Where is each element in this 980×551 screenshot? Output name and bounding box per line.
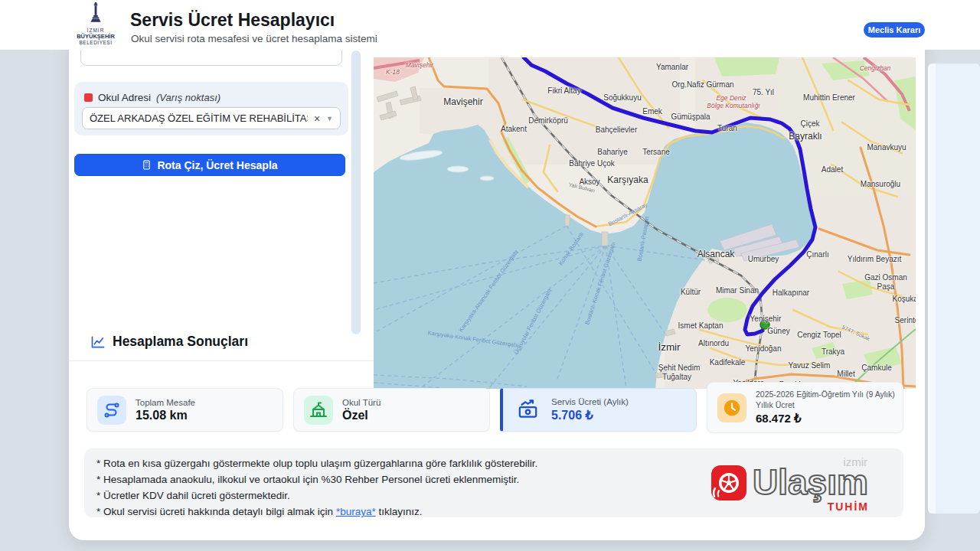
money-icon [513, 396, 542, 425]
school-select[interactable]: ÖZEL ARKADAŞ ÖZEL EĞİTİM VE REHABİLİTAS.… [82, 107, 341, 129]
izmir-ulasim-logo: Ulaşım izmir TUHİM [707, 457, 871, 515]
panel-scrollbar[interactable] [351, 51, 361, 334]
card-label: 2025-2026 Eğitim-Öğretim Yılı (9 Aylık) … [756, 390, 897, 409]
results-heading-section: Hesaplama Sonuçları [69, 324, 374, 361]
servis-ucret-hesaplayici-app: İZMİR BÜYÜKŞEHİR BELEDİYESİ Servis Ücret… [0, 0, 980, 551]
buraya-link[interactable]: *buraya* [336, 506, 376, 517]
org-line1: İZMİR [70, 28, 121, 33]
results-heading: Hesaplama Sonuçları [113, 334, 248, 350]
route-map[interactable]: MavişehirK-18MavişehirAtakentFikri Altay… [374, 57, 916, 389]
card-value: Özel [342, 409, 381, 422]
route-icon [97, 396, 126, 425]
card-monthly-fee: Servis Ücreti (Aylık) 5.706 ₺ [500, 388, 697, 432]
destination-marker-icon [84, 93, 93, 102]
note-line-4-prefix: * Okul servisi ücreti hakkında detaylı b… [96, 506, 336, 517]
page-title: Servis Ücret Hesaplayıcı [130, 10, 335, 31]
school-address-section: Okul Adresi (Varış noktası) ÖZEL ARKADAŞ… [74, 82, 348, 135]
card-label: Toplam Mesafe [136, 398, 195, 407]
right-side-panel [928, 64, 980, 514]
tuhim-label: TUHİM [828, 500, 869, 513]
calculator-icon [142, 160, 152, 170]
izmir-label: izmir [843, 455, 867, 468]
school-address-label: Okul Adresi [98, 92, 151, 103]
chart-line-icon [90, 334, 106, 353]
chevron-down-icon[interactable]: ▼ [326, 115, 340, 122]
clear-selection-icon[interactable]: × [308, 112, 326, 125]
card-yearly-fee: 2025-2026 Eğitim-Öğretim Yılı (9 Aylık) … [707, 382, 903, 433]
calculate-route-button[interactable]: Rota Çiz, Ücret Hesapla [74, 154, 345, 176]
meclis-karari-button[interactable]: Meclis Kararı [864, 22, 925, 37]
destination-marker [760, 320, 769, 329]
right-side-panel-strip [928, 64, 936, 514]
card-label: Servis Ücreti (Aylık) [551, 397, 629, 406]
school-address-label-row: Okul Adresi (Varış noktası) [84, 92, 220, 103]
org-line3: BELEDİYESİ [70, 40, 121, 45]
note-line-4-suffix: tıklayınız. [376, 506, 423, 517]
calculate-route-label: Rota Çiz, Ücret Hesapla [157, 159, 277, 171]
wheel-icon [707, 464, 748, 508]
page-subtitle: Okul servisi rota mesafesi ve ücret hesa… [131, 33, 377, 44]
municipality-logo: İZMİR BÜYÜKŞEHİR BELEDİYESİ [70, 2, 121, 45]
app-header: İZMİR BÜYÜKŞEHİR BELEDİYESİ Servis Ücret… [0, 0, 980, 50]
clock-tower-icon [84, 2, 107, 24]
card-school-type: Okul Türü Özel [293, 388, 490, 432]
school-icon [304, 396, 333, 425]
card-total-distance: Toplam Mesafe 15.08 km [87, 388, 283, 432]
card-value: 15.08 km [136, 409, 195, 422]
school-address-hint: (Varış noktası) [156, 92, 220, 103]
clock-icon [717, 393, 746, 422]
map-canvas [374, 57, 916, 389]
school-select-value: ÖZEL ARKADAŞ ÖZEL EĞİTİM VE REHABİLİTAS.… [83, 112, 308, 124]
org-line2: BÜYÜKŞEHİR [70, 33, 121, 40]
card-label: Okul Türü [342, 398, 381, 407]
card-value: 68.472 ₺ [756, 412, 897, 425]
card-value: 5.706 ₺ [551, 408, 629, 422]
